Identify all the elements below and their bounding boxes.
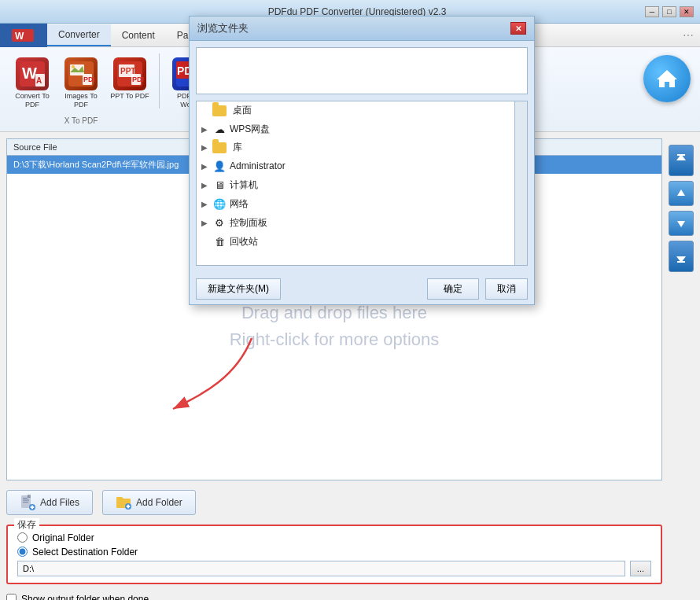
dialog-title-text: 浏览文件夹 [197,21,249,35]
cloud-icon-wps: ☁ [212,122,227,136]
folder-icon-desktop [212,105,227,116]
tree-label-library: 库 [233,141,242,154]
tree-label-trash: 回收站 [230,235,258,248]
tree-item-network[interactable]: ▶ 🌐 网络 [197,194,527,213]
tree-label-network: 网络 [230,197,249,211]
folder-icon-library [212,142,227,153]
dialog-preview-pane [196,47,528,94]
tree-arrow-admin: ▶ [201,162,209,171]
tree-item-desktop[interactable]: 桌面 [197,101,527,120]
tree-arrow-wps: ▶ [201,125,209,134]
tree-label-admin: Administrator [230,160,286,171]
tree-arrow-control: ▶ [201,219,209,227]
network-icon: 🌐 [212,197,227,211]
control-panel-icon: ⚙ [212,215,227,230]
tree-label-control: 控制面板 [230,216,267,230]
tree-item-wps[interactable]: ▶ ☁ WPS网盘 [197,120,527,138]
dialog-title-bar: 浏览文件夹 ✕ [190,17,534,41]
new-folder-button[interactable]: 新建文件夹(M) [196,278,281,300]
tree-item-library[interactable]: ▶ 库 [197,138,527,156]
tree-arrow-network: ▶ [201,200,209,208]
browse-folder-dialog: 浏览文件夹 ✕ 桌面 ▶ ☁ WPS网盘 ▶ [189,16,535,305]
tree-item-control[interactable]: ▶ ⚙ 控制面板 [197,213,527,232]
tree-label-wps: WPS网盘 [230,123,270,136]
tree-scrollbar[interactable] [514,101,527,265]
user-icon-admin: 👤 [212,159,227,173]
tree-item-computer[interactable]: ▶ 🖥 计算机 [197,175,527,194]
dialog-tree[interactable]: 桌面 ▶ ☁ WPS网盘 ▶ 库 ▶ 👤 Admini [196,101,528,266]
tree-label-desktop: 桌面 [233,104,252,117]
dialog-overlay: 浏览文件夹 ✕ 桌面 ▶ ☁ WPS网盘 ▶ [0,0,700,600]
dialog-cancel-button[interactable]: 取消 [485,278,528,300]
dialog-ok-button[interactable]: 确定 [427,278,479,300]
dialog-close-button[interactable]: ✕ [510,22,526,35]
tree-arrow-library: ▶ [201,143,209,152]
tree-item-trash[interactable]: 🗑 回收站 [197,232,527,251]
computer-icon: 🖥 [212,178,227,192]
trash-icon: 🗑 [212,234,227,248]
tree-arrow-computer: ▶ [201,181,209,190]
dialog-content: 桌面 ▶ ☁ WPS网盘 ▶ 库 ▶ 👤 Admini [190,41,534,272]
tree-item-admin[interactable]: ▶ 👤 Administrator [197,156,527,175]
dialog-bottom: 新建文件夹(M) 确定 取消 [190,272,534,304]
tree-label-computer: 计算机 [230,179,258,192]
